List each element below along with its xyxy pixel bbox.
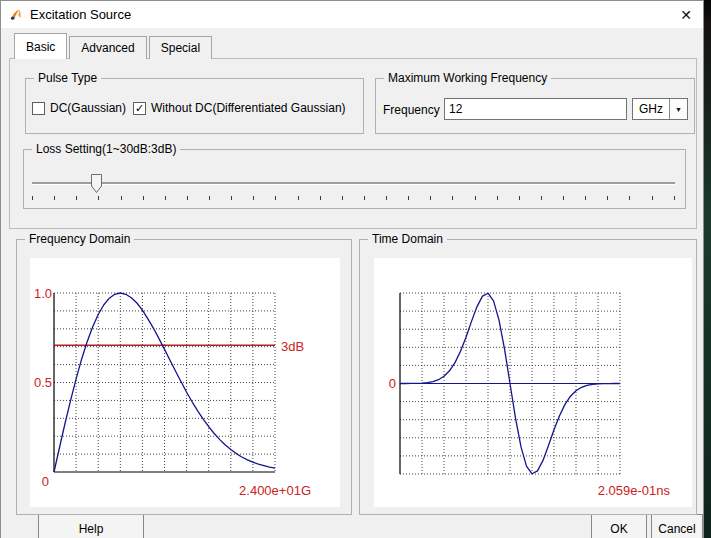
loss-slider[interactable] <box>32 174 675 204</box>
time-plot-panel: 0 2.059e-01ns <box>374 258 692 507</box>
frequency-plot-panel: 1.0 0.5 0 3dB 2.400e+01G <box>30 258 340 507</box>
dialog-window: Excitation Source ✕ Basic Advanced Speci… <box>0 0 704 538</box>
slider-ticks <box>32 196 675 200</box>
x-axis-max-label: 2.059e-01ns <box>598 483 671 498</box>
slider-tick <box>54 196 55 200</box>
ok-button[interactable]: OK <box>591 514 647 538</box>
slider-tick <box>607 196 608 200</box>
time-domain-plot: 0 2.059e-01ns <box>374 258 692 507</box>
slider-tick <box>275 196 276 200</box>
slider-tick <box>497 196 498 200</box>
checkbox-dc-gaussian[interactable]: DC(Gaussian) <box>32 101 126 115</box>
checkbox-label: DC(Gaussian) <box>50 101 126 115</box>
unit-combobox[interactable]: GHz ▼ <box>632 98 688 120</box>
checkbox-without-dc[interactable]: ✓ Without DC(Differentiated Gaussian) <box>133 101 346 115</box>
cancel-button[interactable]: Cancel <box>651 514 703 538</box>
slider-tick <box>674 196 675 200</box>
y-tick-0: 0 <box>42 474 49 489</box>
slider-tick <box>231 196 232 200</box>
tab-bar: Basic Advanced Special <box>14 33 214 59</box>
slider-tick <box>298 196 299 200</box>
max-working-frequency-group: Maximum Working Frequency Frequency GHz … <box>375 78 695 134</box>
y-tick-05: 0.5 <box>34 375 52 390</box>
zero-tick-label: 0 <box>389 376 396 391</box>
slider-tick <box>408 196 409 200</box>
slider-thumb[interactable] <box>91 174 102 193</box>
pulse-type-group: Pulse Type DC(Gaussian) ✓ Without DC(Dif… <box>25 78 364 134</box>
slider-tick <box>652 196 653 200</box>
pulse-type-options: DC(Gaussian) ✓ Without DC(Differentiated… <box>32 101 353 115</box>
slider-tick <box>364 196 365 200</box>
slider-tick <box>253 196 254 200</box>
tab-special[interactable]: Special <box>149 36 212 59</box>
slider-tick <box>386 196 387 200</box>
y-tick-1: 1.0 <box>34 286 52 301</box>
slider-tick <box>187 196 188 200</box>
frequency-domain-group: Frequency Domain 1.0 0.5 0 3dB 2.400e+01… <box>16 239 352 515</box>
slider-tick <box>629 196 630 200</box>
time-domain-group: Time Domain 0 2.059e-01ns <box>359 239 697 515</box>
chevron-down-icon[interactable]: ▼ <box>669 99 687 119</box>
titlebar: Excitation Source ✕ <box>1 1 703 28</box>
pulse-type-legend: Pulse Type <box>34 71 101 86</box>
slider-tick <box>452 196 453 200</box>
slider-tick <box>32 196 33 200</box>
slider-tick <box>563 196 564 200</box>
unit-value: GHz <box>633 99 669 119</box>
slider-tick <box>430 196 431 200</box>
desktop-background-strip <box>704 0 711 538</box>
slider-tick <box>519 196 520 200</box>
slider-track[interactable] <box>32 182 675 184</box>
screen: Excitation Source ✕ Basic Advanced Speci… <box>0 0 711 538</box>
close-button[interactable]: ✕ <box>675 4 697 25</box>
frequency-field-label: Frequency <box>383 103 440 117</box>
tab-advanced[interactable]: Advanced <box>69 36 146 59</box>
slider-tick <box>143 196 144 200</box>
slider-tick <box>76 196 77 200</box>
max-frequency-legend: Maximum Working Frequency <box>384 71 551 86</box>
frequency-domain-plot: 1.0 0.5 0 3dB 2.400e+01G <box>30 258 340 507</box>
slider-tick <box>98 196 99 200</box>
tab-basic[interactable]: Basic <box>14 33 67 59</box>
slider-tick <box>165 196 166 200</box>
frequency-input[interactable] <box>444 98 627 120</box>
slider-tick <box>585 196 586 200</box>
checkbox-icon[interactable] <box>32 102 45 115</box>
checkbox-label: Without DC(Differentiated Gaussian) <box>151 101 346 115</box>
loss-setting-legend: Loss Setting(1~30dB:3dB) <box>32 142 180 157</box>
window-title: Excitation Source <box>30 7 131 22</box>
time-domain-legend: Time Domain <box>368 232 447 247</box>
x-axis-max-label: 2.400e+01G <box>239 483 311 498</box>
help-button[interactable]: Help <box>38 514 144 538</box>
frequency-domain-legend: Frequency Domain <box>25 232 134 247</box>
slider-tick <box>121 196 122 200</box>
threshold-label: 3dB <box>281 339 304 354</box>
slider-tick <box>320 196 321 200</box>
app-icon <box>9 8 23 22</box>
slider-tick <box>475 196 476 200</box>
slider-tick <box>209 196 210 200</box>
checkbox-icon[interactable]: ✓ <box>133 102 146 115</box>
loss-setting-group: Loss Setting(1~30dB:3dB) <box>23 149 686 209</box>
slider-tick <box>541 196 542 200</box>
slider-tick <box>342 196 343 200</box>
